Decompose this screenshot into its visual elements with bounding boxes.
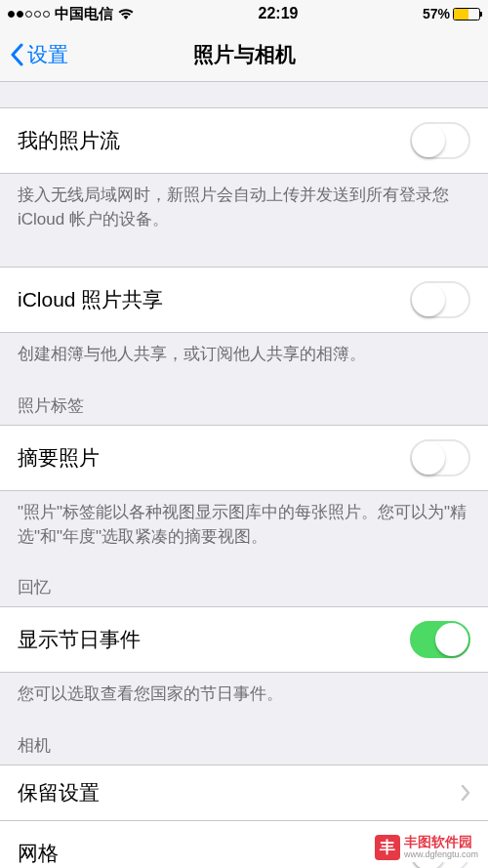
status-left: 中国电信 bbox=[8, 5, 134, 23]
photo-stream-footer: 接入无线局域网时，新照片会自动上传并发送到所有登录您 iCloud 帐户的设备。 bbox=[0, 174, 488, 241]
show-holiday-toggle[interactable] bbox=[410, 621, 470, 658]
chevron-left-icon bbox=[10, 43, 23, 66]
sharing-footer: 创建相簿与他人共享，或订阅他人共享的相簿。 bbox=[0, 333, 488, 377]
photo-tag-header: 照片标签 bbox=[0, 377, 488, 425]
memories-header: 回忆 bbox=[0, 558, 488, 606]
my-photo-stream-toggle[interactable] bbox=[410, 122, 470, 159]
summary-footer: "照片"标签能以各种视图显示图库中的每张照片。您可以为"精选"和"年度"选取紧凑… bbox=[0, 491, 488, 558]
cell-label: 保留设置 bbox=[18, 779, 461, 806]
wifi-icon bbox=[118, 8, 134, 20]
show-holiday-row[interactable]: 显示节日事件 bbox=[0, 606, 488, 673]
icloud-sharing-row[interactable]: iCloud 照片共享 bbox=[0, 267, 488, 333]
cell-label: 显示节日事件 bbox=[18, 626, 410, 653]
my-photo-stream-row[interactable]: 我的照片流 bbox=[0, 107, 488, 174]
watermark: 丰 丰图软件园 www.dgfengtu.com bbox=[371, 833, 482, 862]
carrier-label: 中国电信 bbox=[55, 5, 113, 23]
signal-strength-icon bbox=[8, 11, 50, 18]
status-right: 57% bbox=[423, 6, 480, 21]
cell-label: 网格 bbox=[18, 840, 410, 867]
holiday-footer: 您可以选取查看您国家的节日事件。 bbox=[0, 673, 488, 717]
chevron-right-icon bbox=[461, 785, 470, 801]
back-label: 设置 bbox=[27, 41, 68, 68]
watermark-logo-icon: 丰 bbox=[375, 835, 400, 860]
nav-bar: 设置 照片与相机 bbox=[0, 27, 488, 82]
status-time: 22:19 bbox=[259, 5, 299, 22]
cell-label: 我的照片流 bbox=[18, 127, 410, 154]
page-title: 照片与相机 bbox=[193, 41, 296, 68]
battery-percent: 57% bbox=[423, 6, 450, 21]
back-button[interactable]: 设置 bbox=[0, 41, 68, 68]
summary-photos-toggle[interactable] bbox=[410, 439, 470, 476]
battery-icon bbox=[453, 8, 480, 21]
cell-label: 摘要照片 bbox=[18, 444, 410, 472]
watermark-name: 丰图软件园 bbox=[404, 835, 478, 849]
cell-label: iCloud 照片共享 bbox=[18, 286, 410, 313]
watermark-url: www.dgfengtu.com bbox=[404, 850, 478, 860]
status-bar: 中国电信 22:19 57% bbox=[0, 0, 488, 27]
camera-header: 相机 bbox=[0, 717, 488, 765]
preserve-settings-row[interactable]: 保留设置 bbox=[0, 765, 488, 821]
summary-photos-row[interactable]: 摘要照片 bbox=[0, 425, 488, 491]
icloud-sharing-toggle[interactable] bbox=[410, 281, 470, 318]
